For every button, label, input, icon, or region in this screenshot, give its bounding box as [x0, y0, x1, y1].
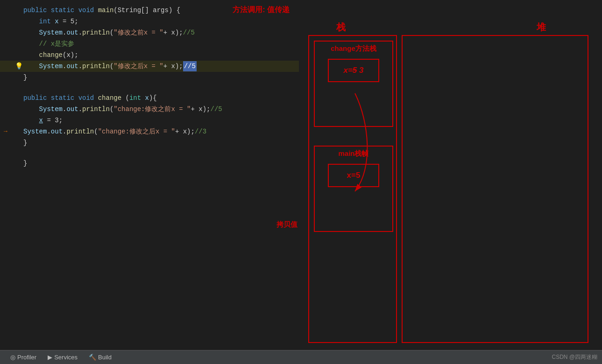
kw-change: change: [98, 93, 121, 103]
code-line-main-sig: public static void main (String[] args) …: [0, 5, 299, 16]
code-line-change-call: change(x);: [0, 49, 299, 61]
println1: println: [82, 28, 110, 38]
code-line-change-after: → System.out.println("change:修改之后x = " +…: [0, 126, 299, 137]
change-paren: (x);: [63, 50, 78, 60]
system-out: System: [39, 28, 63, 38]
out2: out: [66, 61, 78, 71]
dot2: .: [78, 28, 82, 38]
code-line-close-main: }: [0, 72, 299, 83]
str-change-before: "change:修改之前x = ": [113, 104, 191, 114]
csdn-credit: CSDN @四两迷糊: [552, 353, 597, 361]
change-frame: change方法栈 x=5 3: [314, 41, 393, 127]
kw-int-param: int: [129, 93, 141, 103]
brace-close-change: }: [23, 138, 27, 148]
build-tab[interactable]: 🔨 Build: [83, 350, 117, 364]
main-frame-title: main栈帧: [315, 147, 392, 160]
sys3: System: [39, 104, 63, 114]
p3: (: [110, 104, 113, 114]
final-brace: }: [23, 158, 27, 168]
plus-x2: + x);: [163, 61, 183, 71]
heap-box: [402, 35, 588, 343]
d7: .: [47, 126, 50, 137]
profiler-tab[interactable]: ◎ Profiler: [5, 350, 42, 364]
main-var-box: x=5: [328, 164, 379, 187]
d8: .: [63, 126, 66, 137]
toolbar: ◎ Profiler ▶ Services 🔨 Build CSDN @四两迷糊: [0, 350, 602, 364]
code-line-comment: // x是实参: [0, 38, 299, 49]
p4: (: [94, 126, 98, 137]
change-frame-title: change方法栈: [315, 42, 392, 55]
c5: //5: [211, 104, 222, 114]
code-line-final-brace: }: [0, 158, 299, 169]
paren-change: (: [126, 93, 129, 103]
paren1: (: [110, 28, 113, 38]
assign-5: = 5;: [63, 16, 78, 27]
services-tab[interactable]: ▶ Services: [42, 350, 83, 364]
code-line-change-before: System.out.println("change:修改之前x = " + x…: [0, 104, 299, 115]
main-frame: main栈帧 x=5: [314, 146, 393, 232]
plus-x: + x);: [163, 28, 183, 38]
px4: + x);: [175, 126, 195, 137]
comment-5: //5: [183, 28, 195, 38]
copy-label: 拷贝值: [276, 220, 297, 229]
stack-label: 栈: [336, 21, 346, 34]
out3: out: [66, 104, 78, 114]
main-content: 方法调用: 值传递 public static void main (Strin…: [0, 0, 602, 350]
param-x: x: [145, 93, 149, 103]
diagram-area: 栈 堆 change方法栈 x=5 3 main栈帧 x=5 拷贝值: [299, 0, 602, 350]
code-line-print-after: 💡 System.out.println("修改之后x = " + x); //…: [0, 61, 299, 72]
system-out2: System: [39, 61, 63, 71]
str-before: "修改之前x = ": [113, 28, 163, 38]
heap-label: 堆: [537, 21, 546, 34]
arrow-indicator: →: [4, 127, 7, 137]
paren-close-change: ){: [149, 93, 157, 103]
c3: //3: [195, 126, 206, 137]
main-var-value: x=5: [347, 171, 361, 180]
assign-3: = 3;: [47, 115, 63, 126]
code-gap2: [0, 148, 299, 158]
profiler-label: Profiler: [17, 354, 36, 361]
code-line-x3: x = 3;: [0, 115, 299, 126]
comment-shican: // x是实参: [39, 39, 75, 49]
str-change-after: "change:修改之后x = ": [98, 126, 175, 137]
sys4: System: [23, 126, 47, 137]
comment-5-hl: //5: [183, 61, 197, 71]
code-line-close-change: }: [0, 137, 299, 148]
str-after: "修改之后x = ": [113, 61, 163, 71]
println3: println: [82, 104, 110, 114]
build-label: Build: [98, 354, 112, 361]
kw-static2: static: [51, 93, 74, 103]
brace-close-main: }: [23, 72, 27, 83]
kw-main: main: [98, 5, 114, 15]
services-icon: ▶: [48, 354, 52, 361]
println4: println: [66, 126, 94, 137]
d5: .: [63, 104, 66, 114]
kw-void: void: [78, 5, 94, 15]
bulb-icon: 💡: [15, 61, 23, 71]
code-area: 方法调用: 值传递 public static void main (Strin…: [0, 0, 299, 350]
code-line-change-sig: public static void change (int x){: [0, 92, 299, 104]
paren2: (: [110, 61, 113, 71]
change-call: change: [39, 50, 63, 60]
kw-static: static: [51, 5, 74, 15]
var-x2: x: [39, 115, 43, 126]
code-line-print-before: System.out.println("修改之前x = " + x); //5: [0, 27, 299, 38]
kw-public: public: [23, 5, 47, 15]
kw-int: int: [39, 16, 51, 27]
kw-public2: public: [23, 93, 47, 103]
out-ref: out: [66, 28, 78, 38]
px3: + x);: [191, 104, 211, 114]
code-line-int-x: int x = 5;: [0, 16, 299, 27]
change-var-value: x=5 3: [343, 66, 363, 75]
dot1: .: [63, 28, 66, 38]
out4: out: [51, 126, 63, 137]
kw-params: (String[] args) {: [113, 5, 180, 15]
stack-box: change方法栈 x=5 3 main栈帧 x=5 拷贝值: [308, 35, 397, 343]
dot3: .: [63, 61, 66, 71]
var-x: x: [55, 16, 58, 27]
d6: .: [78, 104, 82, 114]
change-var-box: x=5 3: [328, 59, 379, 82]
build-icon: 🔨: [89, 354, 96, 361]
println2: println: [82, 61, 110, 71]
profiler-icon: ◎: [10, 354, 15, 361]
